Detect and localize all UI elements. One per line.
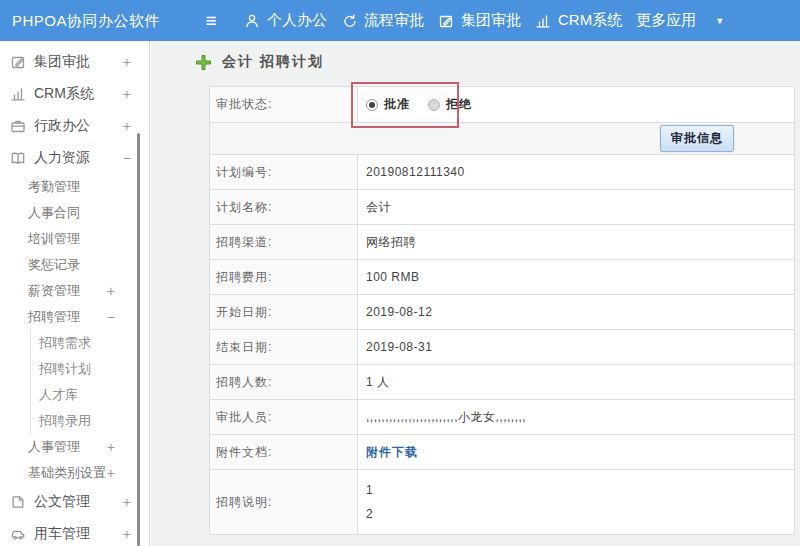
row-label: 审批人员: bbox=[210, 400, 358, 434]
table-row: 计划编号:20190812111340 bbox=[210, 155, 794, 190]
sidebar-item-label: 人事管理 bbox=[28, 438, 80, 456]
expand-toggle-icon[interactable]: + bbox=[107, 465, 115, 481]
detail-table: 审批状态: 批准 拒绝 审批信息 计划编号:20190812111340计划名称… bbox=[209, 86, 795, 535]
expand-toggle-icon[interactable]: + bbox=[123, 118, 131, 134]
nav-item-4[interactable]: CRM系统 bbox=[535, 11, 622, 30]
row-value-cell: 网络招聘 bbox=[358, 225, 794, 259]
row-value-cell: 1 人 bbox=[358, 365, 794, 399]
bar-chart-icon bbox=[10, 86, 26, 102]
sidebar-item-行政办公[interactable]: 行政办公+ bbox=[0, 110, 149, 142]
row-value: 1 人 bbox=[366, 374, 390, 391]
process-icon bbox=[341, 13, 357, 29]
status-options: 批准 拒绝 bbox=[358, 87, 794, 122]
row-label: 结束日期: bbox=[210, 330, 358, 364]
expand-toggle-icon[interactable]: + bbox=[107, 439, 115, 455]
sidebar-item-奖惩记录[interactable]: 奖惩记录 bbox=[0, 252, 149, 278]
description-line: 1 bbox=[366, 478, 794, 502]
row-label: 开始日期: bbox=[210, 295, 358, 329]
status-label: 审批状态: bbox=[210, 87, 358, 122]
bar-chart-icon bbox=[535, 13, 551, 29]
row-label: 招聘说明: bbox=[210, 470, 358, 534]
table-row: 审批人员:,,,,,,,,,,,,,,,,,,,,,,,,小龙女,,,,,,,, bbox=[210, 400, 794, 435]
row-value: 2019-08-12 bbox=[366, 305, 432, 319]
sidebar-item-培训管理[interactable]: 培训管理 bbox=[0, 226, 149, 252]
row-value-cell: 会计 bbox=[358, 190, 794, 224]
row-label: 招聘费用: bbox=[210, 260, 358, 294]
sidebar-item-薪资管理[interactable]: 薪资管理+ bbox=[0, 278, 149, 304]
sidebar-item-label: 招聘录用 bbox=[39, 412, 91, 430]
edit-square-icon bbox=[10, 54, 26, 70]
sidebar: 集团审批+CRM系统+行政办公+人力资源−考勤管理人事合同培训管理奖惩记录薪资管… bbox=[0, 41, 150, 546]
sidebar-item-招聘计划[interactable]: 招聘计划 bbox=[30, 356, 149, 382]
sidebar-item-CRM系统[interactable]: CRM系统+ bbox=[0, 78, 149, 110]
expand-toggle-icon[interactable]: + bbox=[123, 494, 131, 510]
page-title: 会计 招聘计划 bbox=[222, 53, 324, 71]
approve-radio-label: 批准 bbox=[384, 96, 410, 113]
sidebar-item-集团审批[interactable]: 集团审批+ bbox=[0, 46, 149, 78]
expand-toggle-icon[interactable]: − bbox=[107, 309, 115, 325]
sidebar-item-label: 集团审批 bbox=[34, 53, 90, 71]
table-row: 计划名称:会计 bbox=[210, 190, 794, 225]
car-icon bbox=[10, 526, 26, 542]
sidebar-item-招聘录用[interactable]: 招聘录用 bbox=[30, 408, 149, 434]
sidebar-item-label: 基础类别设置 bbox=[28, 464, 106, 482]
sidebar-item-label: 考勤管理 bbox=[28, 178, 80, 196]
briefcase-icon bbox=[10, 118, 26, 134]
sidebar-item-人才库[interactable]: 人才库 bbox=[30, 382, 149, 408]
nav-item-5[interactable]: 更多应用▼ bbox=[636, 11, 724, 30]
nav-item-label: CRM系统 bbox=[558, 11, 622, 30]
person-icon bbox=[244, 13, 260, 29]
nav-item-label: 集团审批 bbox=[461, 11, 521, 30]
sidebar-scrollbar[interactable] bbox=[137, 133, 140, 546]
sidebar-item-人力资源[interactable]: 人力资源− bbox=[0, 142, 149, 174]
reject-radio[interactable] bbox=[428, 99, 440, 111]
app-title: PHPOA协同办公软件 bbox=[12, 0, 160, 41]
sidebar-item-用车管理[interactable]: 用车管理+ bbox=[0, 518, 149, 546]
book-icon bbox=[10, 150, 26, 166]
sidebar-item-label: 奖惩记录 bbox=[28, 256, 80, 274]
row-label: 招聘人数: bbox=[210, 365, 358, 399]
row-value: 20190812111340 bbox=[366, 165, 465, 179]
row-value-cell: 20190812111340 bbox=[358, 155, 794, 189]
sidebar-item-基础类别设置[interactable]: 基础类别设置+ bbox=[0, 460, 149, 486]
reject-radio-label: 拒绝 bbox=[446, 96, 472, 113]
nav-item-3[interactable]: 集团审批 bbox=[438, 11, 521, 30]
sidebar-item-人事管理[interactable]: 人事管理+ bbox=[0, 434, 149, 460]
expand-toggle-icon[interactable]: + bbox=[123, 526, 131, 542]
sidebar-item-招聘需求[interactable]: 招聘需求 bbox=[30, 330, 149, 356]
sidebar-item-label: 培训管理 bbox=[28, 230, 80, 248]
sidebar-item-考勤管理[interactable]: 考勤管理 bbox=[0, 174, 149, 200]
expand-toggle-icon[interactable]: − bbox=[123, 150, 131, 166]
nav-item-2[interactable]: 流程审批 bbox=[341, 11, 424, 30]
menu-icon[interactable]: ≡ bbox=[198, 10, 224, 32]
sidebar-item-招聘管理[interactable]: 招聘管理− bbox=[0, 304, 149, 330]
expand-toggle-icon[interactable]: + bbox=[123, 86, 131, 102]
description-line: 2 bbox=[366, 502, 794, 526]
row-value: 100 RMB bbox=[366, 270, 420, 284]
approve-info-button[interactable]: 审批信息 bbox=[660, 125, 734, 152]
attachment-download-link[interactable]: 附件下载 bbox=[366, 444, 418, 461]
row-value-cell: 12 bbox=[358, 470, 794, 534]
sidebar-item-label: 招聘计划 bbox=[39, 360, 91, 378]
document-icon bbox=[10, 494, 26, 510]
expand-toggle-icon[interactable]: + bbox=[107, 283, 115, 299]
table-row: 招聘说明:12 bbox=[210, 470, 794, 534]
table-row: 招聘渠道:网络招聘 bbox=[210, 225, 794, 260]
nav-item-1[interactable]: 个人办公 bbox=[244, 11, 327, 30]
nav-item-label: 个人办公 bbox=[267, 11, 327, 30]
sidebar-item-label: 招聘管理 bbox=[28, 308, 80, 326]
sidebar-item-人事合同[interactable]: 人事合同 bbox=[0, 200, 149, 226]
approve-radio[interactable] bbox=[366, 99, 378, 111]
table-row: 招聘费用:100 RMB bbox=[210, 260, 794, 295]
row-label: 附件文档: bbox=[210, 435, 358, 469]
breadcrumb: 会计 招聘计划 bbox=[195, 53, 324, 71]
expand-toggle-icon[interactable]: + bbox=[123, 54, 131, 70]
sidebar-item-label: 招聘需求 bbox=[39, 334, 91, 352]
table-row: 开始日期:2019-08-12 bbox=[210, 295, 794, 330]
sidebar-item-label: 薪资管理 bbox=[28, 282, 80, 300]
sidebar-item-公文管理[interactable]: 公文管理+ bbox=[0, 486, 149, 518]
row-value-cell: 附件下载 bbox=[358, 435, 794, 469]
row-label: 计划编号: bbox=[210, 155, 358, 189]
table-row: 附件文档:附件下载 bbox=[210, 435, 794, 470]
row-value-cell: 2019-08-31 bbox=[358, 330, 794, 364]
